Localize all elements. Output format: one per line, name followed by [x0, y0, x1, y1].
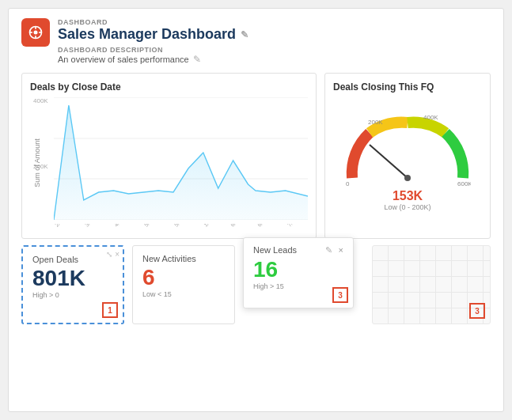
x-label-5: 5/27/2013 — [173, 224, 207, 240]
desc-text: An overview of sales performance ✎ — [58, 54, 491, 65]
new-activities-title: New Activities — [142, 254, 225, 263]
new-leads-actions: ✎ × — [325, 244, 343, 255]
gauge-value: 153K — [393, 189, 423, 203]
dashboard-icon — [21, 18, 50, 47]
new-leads-floating-card: New Leads ✎ × 16 High > 15 3 — [243, 237, 354, 308]
open-deals-close-icon[interactable]: × — [115, 250, 119, 259]
header-section: DASHBOARD Sales Manager Dashboard ✎ DASH… — [21, 18, 491, 65]
open-deals-sub: High > 0 — [32, 291, 113, 299]
new-leads-badge: 3 — [332, 287, 348, 303]
desc-text-value: An overview of sales performance — [58, 55, 189, 64]
open-deals-badge: 1 — [102, 302, 118, 318]
line-chart-card: Deals by Close Date Sum of Amount 400K 2… — [21, 73, 317, 239]
new-activities-sub: Low < 15 — [142, 290, 225, 298]
header-text: DASHBOARD Sales Manager Dashboard ✎ DASH… — [58, 18, 491, 65]
new-leads-header: New Leads ✎ × — [253, 244, 343, 255]
new-leads-close-icon[interactable]: × — [339, 245, 343, 255]
gauge-svg: 0 200K 400K 600K — [344, 107, 471, 186]
gauge-area: 0 200K 400K 600K 153K Low (0 - 200K) — [333, 97, 482, 220]
line-chart-svg: Close Date — [54, 97, 308, 220]
line-chart-title: Deals by Close Date — [30, 81, 308, 93]
open-deals-widget: ⤡ × Open Deals 801K High > 0 1 — [21, 245, 124, 324]
svg-marker-10 — [54, 105, 308, 220]
open-deals-title: Open Deals — [32, 255, 113, 264]
desc-edit-icon[interactable]: ✎ — [193, 54, 201, 65]
gauge-chart-card: Deals Closing This FQ — [324, 73, 491, 239]
svg-point-13 — [404, 175, 411, 181]
dashboard-title-text: Sales Manager Dashboard — [58, 26, 236, 43]
new-leads-value: 16 — [253, 259, 343, 281]
svg-text:600K: 600K — [457, 180, 471, 186]
empty-badge: 3 — [469, 303, 485, 319]
new-activities-widget: New Activities 6 Low < 15 — [132, 245, 235, 324]
desc-label: DASHBOARD DESCRIPTION — [58, 46, 491, 54]
x-label-4: 5/17/2013 — [143, 224, 177, 240]
open-deals-resize-icon[interactable]: ⤡ — [106, 250, 112, 259]
svg-text:0: 0 — [346, 180, 350, 186]
gauge-chart-title: Deals Closing This FQ — [333, 81, 482, 93]
svg-text:400K: 400K — [423, 114, 438, 121]
charts-row: Deals by Close Date Sum of Amount 400K 2… — [21, 73, 491, 239]
x-label-2: 3/20/2013 — [84, 224, 118, 240]
gauge-label: Low (0 - 200K) — [384, 203, 430, 211]
x-label-3: 4/27/2013 — [113, 224, 147, 240]
new-activities-value: 6 — [142, 267, 225, 289]
open-deals-value: 801K — [32, 267, 113, 289]
x-label-6: 1/6/2015 — [203, 224, 234, 240]
empty-widget-area: 3 — [372, 245, 491, 324]
x-label-1: 2/14/2013 — [54, 224, 88, 240]
widgets-row: ⤡ × Open Deals 801K High > 0 1 New Activ… — [21, 245, 491, 324]
svg-text:200K: 200K — [368, 119, 383, 126]
new-leads-edit-icon[interactable]: ✎ — [325, 245, 332, 255]
dashboard-label: DASHBOARD — [58, 18, 491, 26]
svg-point-1 — [34, 31, 38, 35]
new-leads-sub: High > 15 — [253, 282, 343, 290]
title-edit-icon[interactable]: ✎ — [241, 29, 248, 40]
svg-line-12 — [370, 145, 408, 178]
dashboard-title: Sales Manager Dashboard ✎ — [58, 26, 491, 43]
open-deals-actions: ⤡ × — [106, 250, 119, 259]
y-label-200k: 200K — [33, 163, 48, 170]
new-leads-title: New Leads — [253, 245, 297, 255]
y-label-400k: 400K — [33, 97, 48, 104]
